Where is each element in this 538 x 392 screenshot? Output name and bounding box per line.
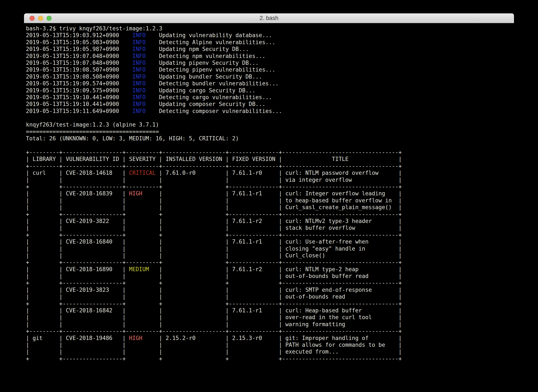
table-row: | git | CVE-2018-19486 | HIGH | 2.15.2-r… (26, 335, 514, 341)
report-artifact: knqyf263/test-image:1.2.3 (alpine 3.7.1) (26, 121, 514, 128)
zoom-button[interactable] (47, 16, 52, 21)
log-line: 2019-05-13T15:19:03.912+0900 INFO Updati… (26, 32, 514, 39)
table-row: | | | | | | executed from... | (26, 348, 514, 355)
log-line: 2019-05-13T15:19:10.441+0900 INFO Detect… (26, 94, 514, 101)
table-row: | | CVE-2018-16840 | | | 7.61.1-r1 | cur… (26, 238, 514, 245)
blank-line (26, 142, 514, 149)
table-border: +---------+------------------+----------… (26, 149, 514, 156)
close-button[interactable] (29, 16, 35, 21)
window-title: 2. bash (24, 13, 514, 23)
log-line: 2019-05-13T15:19:09.575+0900 INFO Updati… (26, 87, 514, 94)
table-border: + +------------------+ + + +------------… (26, 355, 514, 362)
table-row: | | | | | | Curl_sasl_create_plain_messa… (26, 204, 514, 211)
terminal-output[interactable]: bash-3.2$ trivy knqyf263/test-image:1.2.… (24, 23, 514, 362)
table-row: | | CVE-2018-16839 | HIGH | | 7.61.1-r1 … (26, 190, 514, 197)
table-row: | | CVE-2019-3822 | | | 7.61.1-r2 | curl… (26, 218, 514, 224)
table-border: +---------+------------------+----------… (26, 163, 514, 169)
log-line: 2019-05-13T15:19:08.508+0900 INFO Updati… (26, 73, 514, 80)
title-bar[interactable]: 2. bash (24, 13, 514, 23)
log-line: 2019-05-13T15:19:09.574+0900 INFO Detect… (26, 80, 514, 87)
blank-line (26, 114, 514, 121)
table-row: | | | | | | stack buffer overflow | (26, 224, 514, 231)
table-border: + +------------------+ + + +------------… (26, 280, 514, 286)
log-line: 2019-05-13T15:19:10.441+0900 INFO Updati… (26, 101, 514, 107)
report-summary: Total: 26 (UNKNOWN: 0, LOW: 3, MEDIUM: 1… (26, 135, 514, 142)
table-row: | | | | | | over-read in the curl tool | (26, 314, 514, 321)
table-row: | curl | CVE-2018-14618 | CRITICAL | 7.6… (26, 169, 514, 176)
table-row: | | | | | | Curl_close() | (26, 252, 514, 259)
table-header: | LIBRARY | VULNERABILITY ID | SEVERITY … (26, 156, 514, 163)
table-border: + +------------------+ + +--------------… (26, 231, 514, 238)
log-line: 2019-05-13T15:19:05.987+0900 INFO Updati… (26, 46, 514, 52)
table-row: | | CVE-2019-3823 | | | | curl: SMTP end… (26, 286, 514, 293)
traffic-lights (29, 16, 52, 21)
table-row: | | | | | | out-of-bounds read | (26, 293, 514, 300)
table-border: + +------------------+----------+ +-----… (26, 259, 514, 266)
table-border: + +------------------+----------+ +-----… (26, 183, 514, 190)
table-border: +---------+------------------+----------… (26, 328, 514, 334)
log-line: 2019-05-13T15:19:07.048+0900 INFO Updati… (26, 60, 514, 66)
command-line: bash-3.2$ trivy knqyf263/test-image:1.2.… (26, 25, 514, 32)
log-line: 2019-05-13T15:19:08.507+0900 INFO Detect… (26, 66, 514, 73)
table-row: | | CVE-2018-16842 | | | 7.61.1-r1 | cur… (26, 307, 514, 314)
table-border: + +------------------+ + +--------------… (26, 300, 514, 307)
table-row: | | | | | | via integer overflow | (26, 177, 514, 183)
table-row: | | | | | | out-of-bounds buffer read | (26, 273, 514, 280)
log-line: 2019-05-13T15:19:07.048+0900 INFO Detect… (26, 53, 514, 60)
terminal-window: 2. bash bash-3.2$ trivy knqyf263/test-im… (24, 13, 514, 380)
table-row: | | | | | | PATH allows for commands to … (26, 341, 514, 348)
minimize-button[interactable] (38, 16, 43, 21)
table-border: + +------------------+ + +--------------… (26, 211, 514, 218)
table-row: | | | | | | to heap-based buffer overflo… (26, 197, 514, 204)
table-row: | | | | | | warning formatting | (26, 321, 514, 328)
log-line: 2019-05-13T15:19:05.983+0900 INFO Detect… (26, 39, 514, 46)
log-line: 2019-05-13T15:19:11.649+0900 INFO Detect… (26, 108, 514, 114)
report-underline: ======================================== (26, 128, 514, 135)
table-row: | | | | | | closing "easy" handle in | (26, 245, 514, 252)
table-row: | | CVE-2018-16890 | MEDIUM | | 7.61.1-r… (26, 266, 514, 273)
